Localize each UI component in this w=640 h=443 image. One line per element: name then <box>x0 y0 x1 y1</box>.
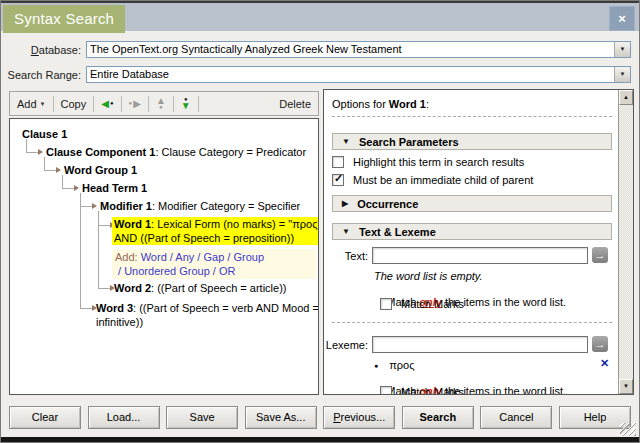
tree-node-clause-component[interactable]: Clause Component 1: Clause Category = Pr… <box>46 145 306 159</box>
database-label: Database: <box>1 44 86 56</box>
section-search-parameters[interactable]: ▼ Search Parameters <box>332 133 612 150</box>
resize-grip[interactable] <box>620 423 636 436</box>
window-bottom-edge <box>1 437 639 442</box>
save-as-button[interactable]: Save As... <box>245 406 317 429</box>
add-gap-link[interactable]: Gap <box>203 251 224 263</box>
options-scrollbar[interactable]: ▲ ▼ <box>618 90 633 394</box>
text-input[interactable] <box>372 247 588 264</box>
previous-button[interactable]: Previous... <box>323 406 395 429</box>
scroll-down-icon: ▼ <box>623 383 629 389</box>
tree-connector <box>26 152 38 153</box>
tree-node-word-group[interactable]: Word Group 1 <box>64 163 137 177</box>
database-select[interactable]: The OpenText.org Syntactically Analyzed … <box>86 41 631 58</box>
lexeme-item-value: προς <box>389 359 414 371</box>
arrow-right-icon: → <box>595 249 606 261</box>
load-button[interactable]: Load... <box>88 406 160 429</box>
immediate-child-label: Must be an immediate child of parent <box>353 174 533 186</box>
toolbar-divider <box>148 96 149 112</box>
tree-connector <box>98 225 110 226</box>
add-button[interactable]: Add ▼ <box>17 98 46 110</box>
tree-connector <box>80 308 92 309</box>
remove-lexeme-button[interactable]: ✕ <box>600 357 609 370</box>
close-icon: × <box>618 11 626 26</box>
section-occurrence[interactable]: ▶ Occurrence <box>332 195 612 212</box>
close-x-icon: ✕ <box>600 357 609 369</box>
add-unordered-group-link[interactable]: Unordered Group <box>124 265 210 277</box>
tree-arrow-icon <box>92 203 100 209</box>
lexeme-list-item: ● προς <box>374 359 415 371</box>
match-marks-label: Match Marks <box>401 298 464 310</box>
toolbar-divider <box>198 96 199 112</box>
highlight-term-label: Highlight this term in search results <box>353 156 524 168</box>
delete-button[interactable]: Delete <box>279 98 311 110</box>
copy-button[interactable]: Copy <box>61 98 87 110</box>
check-icon: ✓ <box>334 172 343 185</box>
database-dropdown-button[interactable]: ▼ <box>614 42 630 57</box>
tree-arrow-icon <box>38 149 46 155</box>
add-or-link[interactable]: OR <box>219 265 236 277</box>
section-text-lexeme[interactable]: ▼ Text & Lexeme <box>332 223 612 240</box>
search-range-label: Search Range: <box>1 69 86 81</box>
save-button[interactable]: Save <box>166 406 238 429</box>
match-marks-lexeme-checkbox[interactable]: ✓ <box>380 386 392 395</box>
immediate-child-row: ✓ Must be an immediate child of parent <box>332 174 533 186</box>
search-button[interactable]: Search <box>402 406 474 429</box>
dialog-button-row: Clear Load... Save Save As... Previous..… <box>9 406 631 429</box>
collapse-triangle-icon: ▼ <box>342 227 350 236</box>
tree-node-head-term[interactable]: Head Term 1 <box>82 181 147 195</box>
tree-node-modifier[interactable]: Modifier 1: Modifier Category = Specifie… <box>100 199 300 213</box>
tree-node-word-2[interactable]: Word 2: ((Part of Speech = article)) <box>114 281 287 295</box>
immediate-child-checkbox[interactable]: ✓ <box>332 174 344 186</box>
database-value: The OpenText.org Syntactically Analyzed … <box>90 43 402 55</box>
move-left-icon[interactable]: ◀ ● <box>101 100 113 108</box>
chevron-down-icon: ▼ <box>620 46 626 52</box>
tree-node-word-1-selected[interactable]: Word 1: Lexical Form (no marks) = "προς"… <box>112 217 319 245</box>
options-header-suffix: : <box>426 98 429 110</box>
tree-connector <box>44 170 56 171</box>
lexeme-add-button[interactable]: → <box>592 336 608 352</box>
tree-connector <box>62 188 74 189</box>
lexeme-input[interactable] <box>372 336 588 353</box>
tree-connector <box>80 206 92 207</box>
move-up-icon[interactable]: ▲ ● <box>156 97 166 110</box>
options-header-term: Word 1 <box>389 98 426 110</box>
query-tree-panel: Clause 1 Clause Component 1: Clause Cate… <box>9 118 319 395</box>
titlebar: Syntax Search × <box>1 1 639 31</box>
copy-button-label: Copy <box>61 98 87 110</box>
cancel-button[interactable]: Cancel <box>480 406 552 429</box>
add-button-label: Add <box>17 98 37 110</box>
scroll-up-button[interactable]: ▲ <box>619 90 633 105</box>
add-group-link[interactable]: Group <box>233 251 264 263</box>
highlight-term-row: ✓ Highlight this term in search results <box>332 156 524 168</box>
search-range-select[interactable]: Entire Database ▼ <box>86 66 631 83</box>
close-button[interactable]: × <box>609 6 635 31</box>
database-row: Database: The OpenText.org Syntactically… <box>1 41 631 58</box>
move-right-icon[interactable]: ● ▶ <box>129 100 141 108</box>
add-any-link[interactable]: Any <box>175 251 194 263</box>
lexeme-field-label: Lexeme: <box>324 339 368 351</box>
match-marks-text-checkbox[interactable]: ✓ <box>380 298 392 310</box>
text-add-button[interactable]: → <box>592 247 608 263</box>
tree-toolbar: Add ▼ Copy ◀ ● ● ▶ ▲ ● ● ▼ Delete <box>9 91 319 116</box>
collapse-triangle-icon: ▶ <box>342 199 348 208</box>
window-title: Syntax Search <box>3 5 125 33</box>
chevron-down-icon: ▼ <box>620 71 626 77</box>
word-list-empty-note: The word list is empty. <box>374 270 483 282</box>
tree-node-clause[interactable]: Clause 1 <box>22 127 67 141</box>
scroll-down-button[interactable]: ▼ <box>619 379 633 394</box>
clear-button[interactable]: Clear <box>9 406 81 429</box>
search-range-dropdown-button[interactable]: ▼ <box>614 67 630 82</box>
section-title: Occurrence <box>357 198 418 210</box>
delete-button-label: Delete <box>279 98 311 110</box>
dashed-divider <box>332 322 612 323</box>
text-field-label: Text: <box>324 250 368 262</box>
add-word-link[interactable]: Word <box>141 251 167 263</box>
move-down-icon[interactable]: ● ▼ <box>181 97 191 110</box>
tree-node-word-3[interactable]: Word 3: ((Part of Speech = verb AND Mood… <box>96 301 319 329</box>
tree-connector <box>44 157 45 170</box>
highlight-term-checkbox[interactable]: ✓ <box>332 156 344 168</box>
toolbar-divider <box>93 96 94 112</box>
tree-arrow-icon <box>56 167 64 173</box>
link-separator: / <box>115 265 124 277</box>
toolbar-divider <box>173 96 174 112</box>
